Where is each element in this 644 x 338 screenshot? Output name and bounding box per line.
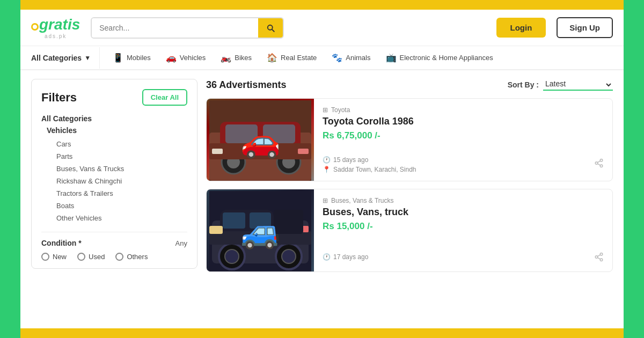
clock-icon-1: 🕐 [323, 156, 331, 164]
svg-point-25 [282, 249, 296, 263]
clear-all-button[interactable]: Clear All [142, 89, 187, 106]
sidebar-filters: Filters Clear All All Categories Vehicle… [31, 79, 197, 269]
filter-parts[interactable]: Parts [41, 150, 187, 163]
logo-o [31, 23, 39, 31]
car-svg-2 [209, 191, 311, 271]
sort-by-container: Sort By : Latest Oldest Price Low to Hig… [508, 79, 613, 91]
svg-rect-29 [274, 210, 303, 234]
border-top [20, 0, 624, 10]
chevron-down-icon: ▼ [84, 54, 91, 62]
svg-rect-20 [223, 212, 245, 229]
ad-location-1: 📍 Saddar Town, Karachi, Sindh [323, 166, 416, 173]
signup-button[interactable]: Sign Up [557, 17, 613, 38]
share-icon-1[interactable] [594, 158, 604, 170]
sort-select[interactable]: Latest Oldest Price Low to High Price Hi… [543, 79, 613, 91]
ad-category-2: ⊞ Buses, Vans & Trucks [323, 197, 604, 204]
animals-icon: 🐾 [332, 53, 342, 63]
logo[interactable]: gratis ads.pk [31, 16, 80, 39]
filter-boats[interactable]: Boats [41, 200, 187, 212]
condition-filter: Condition * Any New Used Others [41, 239, 187, 261]
ad-image-1 [207, 99, 314, 181]
sort-by-label: Sort By : [508, 80, 539, 89]
share-icon-2[interactable] [594, 252, 604, 264]
grid-icon-1: ⊞ [323, 106, 328, 114]
ad-time-2: 🕐 17 days ago [323, 253, 368, 261]
filters-header: Filters Clear All [41, 89, 187, 106]
listings-count: 36 Advertisments [206, 79, 286, 91]
nav-item-vehicles[interactable]: 🚗 Vehicles [158, 46, 213, 69]
radio-circle-used [77, 253, 85, 261]
radio-circle-new [41, 253, 49, 261]
login-button[interactable]: Login [496, 18, 546, 38]
content-area: Filters Clear All All Categories Vehicle… [20, 70, 624, 328]
filter-buses[interactable]: Buses, Vans & Trucks [41, 163, 187, 175]
svg-line-16 [597, 161, 600, 163]
condition-any: Any [175, 239, 187, 247]
filter-all-categories-label: All Categories [41, 114, 187, 123]
nav-item-electronics[interactable]: 📺 Electronic & Home Appliances [378, 46, 501, 69]
ad-price-1: Rs 6,75,000 /- [323, 130, 604, 141]
ad-price-2: Rs 15,000 /- [323, 221, 604, 232]
search-icon [266, 23, 275, 33]
nav-bar: All Categories ▼ 📱 Mobiles 🚗 Vehicles 🏍️… [20, 46, 624, 70]
ad-details-2: ⊞ Buses, Vans & Trucks Buses, Vans, truc… [314, 189, 612, 271]
car-photo-1 [207, 99, 314, 181]
radio-circle-others [115, 253, 123, 261]
condition-radio-group: New Used Others [41, 253, 187, 261]
condition-header: Condition * Any [41, 239, 187, 247]
filter-rickshaw[interactable]: Rickshaw & Chingchi [41, 175, 187, 187]
ad-card-1[interactable]: ⊞ Toyota Toyota Corolla 1986 Rs 6,75,000… [206, 98, 613, 181]
radio-new[interactable]: New [41, 253, 67, 261]
search-input[interactable] [92, 18, 258, 38]
header: gratis ads.pk Login Sign Up [20, 10, 624, 46]
location-icon-1: 📍 [323, 166, 331, 173]
car-svg-1 [209, 100, 311, 181]
svg-rect-21 [250, 212, 271, 229]
electronics-icon: 📺 [386, 53, 397, 63]
border-right [624, 0, 644, 338]
nav-item-bikes[interactable]: 🏍️ Bikes [213, 46, 259, 69]
ad-bottom-2: 🕐 17 days ago [323, 250, 604, 264]
vehicles-icon: 🚗 [166, 53, 177, 63]
svg-rect-3 [225, 124, 258, 143]
svg-rect-10 [212, 149, 223, 154]
grid-icon-2: ⊞ [323, 197, 328, 204]
filter-tractors[interactable]: Tractors & Trailers [41, 187, 187, 200]
filter-cars[interactable]: Cars [41, 138, 187, 150]
logo-sub: ads.pk [45, 33, 67, 39]
condition-label: Condition * [41, 239, 82, 247]
ad-card-2[interactable]: ⊞ Buses, Vans & Trucks Buses, Vans, truc… [206, 189, 613, 272]
nav-item-realestate[interactable]: 🏠 Real Estate [259, 46, 324, 69]
nav-item-mobiles[interactable]: 📱 Mobiles [105, 46, 158, 69]
radio-used[interactable]: Used [77, 253, 105, 261]
clock-icon-2: 🕐 [323, 253, 331, 261]
svg-rect-4 [263, 124, 295, 143]
bikes-icon: 🏍️ [221, 53, 231, 63]
svg-rect-11 [298, 149, 309, 154]
divider [41, 232, 187, 232]
search-bar [91, 17, 284, 39]
filter-categories: All Categories Vehicles Cars Parts Buses… [41, 114, 187, 224]
filter-other-vehicles[interactable]: Other Vehicles [41, 212, 187, 224]
search-button[interactable] [258, 18, 283, 38]
filters-title: Filters [41, 91, 77, 105]
radio-others[interactable]: Others [115, 253, 148, 261]
listings-header: 36 Advertisments Sort By : Latest Oldest… [206, 79, 613, 91]
ad-category-1: ⊞ Toyota [323, 106, 604, 114]
border-bottom [20, 328, 624, 338]
svg-rect-9 [209, 143, 311, 159]
all-categories-nav[interactable]: All Categories ▼ [31, 47, 100, 69]
listings-main: 36 Advertisments Sort By : Latest Oldest… [206, 79, 613, 321]
realestate-icon: 🏠 [267, 53, 277, 63]
ad-details-1: ⊞ Toyota Toyota Corolla 1986 Rs 6,75,000… [314, 99, 612, 181]
logo-text: gratis [31, 16, 80, 33]
ad-title-1: Toyota Corolla 1986 [323, 116, 604, 127]
ad-time-1: 🕐 15 days ago [323, 156, 416, 164]
svg-line-33 [597, 258, 600, 259]
nav-item-animals[interactable]: 🐾 Animals [324, 46, 378, 69]
ad-image-2 [207, 189, 314, 271]
svg-point-23 [225, 249, 239, 263]
svg-line-34 [597, 255, 600, 256]
ad-title-2: Buses, Vans, truck [323, 207, 604, 218]
car-photo-2 [207, 189, 314, 271]
